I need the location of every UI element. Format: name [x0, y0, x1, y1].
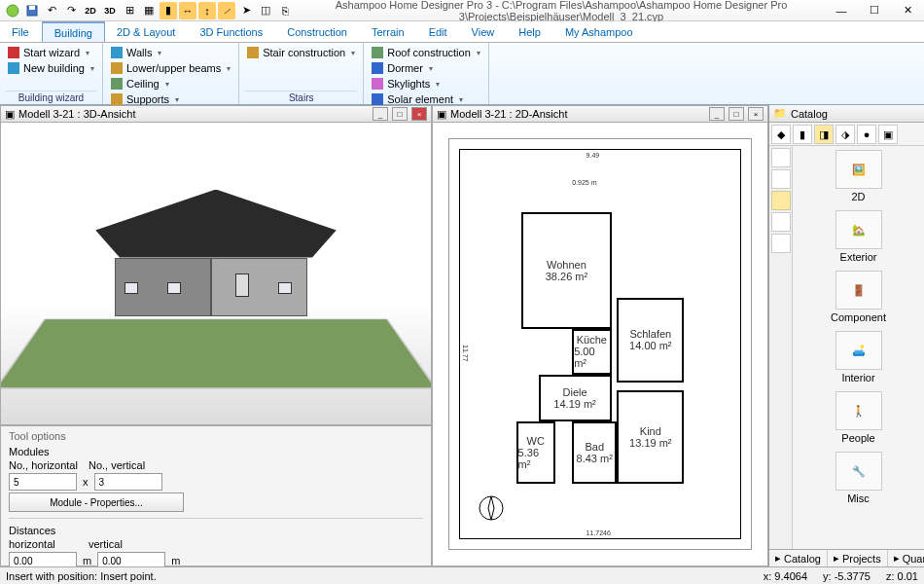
- menu-tab-construction[interactable]: Construction: [275, 21, 360, 42]
- catalog-footer-tab-quantities[interactable]: ▸Quantities: [888, 550, 924, 566]
- catalog-thumb-icon: 🏡: [835, 210, 882, 249]
- cattab-4[interactable]: ⬗: [835, 125, 855, 144]
- ruler-v-icon[interactable]: ↕: [198, 2, 216, 19]
- ribbon-group-stairs: Stair construction▾Stairs: [239, 43, 364, 104]
- menu-tab-building[interactable]: Building: [42, 21, 105, 42]
- view-2d-icon: ▣: [437, 108, 446, 121]
- distances-label: Distances: [9, 525, 423, 536]
- dormer-icon: [372, 62, 383, 74]
- unit-m-2: m: [171, 555, 180, 566]
- solar-element-icon: [372, 93, 383, 105]
- catalog-header: 📁 Catalog: [769, 105, 924, 123]
- menu-tab-terrain[interactable]: Terrain: [360, 21, 417, 42]
- room-wohnen: Wohnen38.26 m²: [521, 212, 611, 329]
- view-3d-min-button[interactable]: _: [373, 107, 388, 121]
- catalog-footer: ▸Catalog▸Projects▸Quantities: [769, 549, 924, 566]
- catalog-item-people[interactable]: 🚶People: [830, 391, 888, 444]
- catalog-item-interior[interactable]: 🛋️Interior: [830, 331, 888, 383]
- mode-2d-icon[interactable]: 2D: [82, 2, 99, 19]
- mode-3d-icon[interactable]: 3D: [101, 2, 119, 19]
- view-2d-close-button[interactable]: ×: [748, 107, 764, 121]
- ribbon-item-label: Dormer: [387, 62, 423, 74]
- undo-icon[interactable]: ↶: [43, 2, 60, 19]
- ribbon-ceiling[interactable]: Ceiling▾: [109, 76, 232, 91]
- right-column: ▣ Modell 3-21 : 2D-Ansicht _ □ × 9.49 0.…: [432, 105, 768, 566]
- ribbon-start-wizard[interactable]: Start wizard▾: [6, 45, 96, 60]
- ruler-h-icon[interactable]: ↔: [179, 2, 196, 19]
- catside-4[interactable]: [771, 212, 791, 232]
- menu-tab-2d-layout[interactable]: 2D & Layout: [105, 21, 189, 42]
- catalog-icon: 📁: [773, 107, 787, 120]
- view-3d-close-button[interactable]: ×: [411, 107, 427, 121]
- stair-construction-icon: [247, 47, 259, 58]
- redo-icon[interactable]: ↷: [62, 2, 80, 19]
- svg-rect-2: [29, 6, 35, 10]
- catalog-item-exterior[interactable]: 🏡Exterior: [830, 210, 888, 263]
- ribbon-lower-upper-beams[interactable]: Lower/upper beams▾: [109, 60, 232, 76]
- ribbon-item-label: Lower/upper beams: [126, 62, 221, 74]
- pointer-icon[interactable]: ➤: [237, 2, 255, 19]
- module-properties-button[interactable]: Module - Properties...: [9, 493, 184, 512]
- ribbon-walls[interactable]: Walls▾: [109, 45, 232, 60]
- extra1-icon[interactable]: ◫: [257, 2, 274, 19]
- status-bar: Insert with position: Insert point. x: 9…: [0, 566, 924, 584]
- catalog-top-tabs: ◆ ▮ ◨ ⬗ ● ▣: [769, 123, 924, 146]
- catalog-item-2d[interactable]: 🖼️2D: [830, 150, 888, 202]
- title-bar: ↶ ↷ 2D 3D ⊞ ▦ ▮ ↔ ↕ ⟋ ➤ ◫ ⎘ Ashampoo Hom…: [0, 0, 924, 21]
- catalog-side-tabs: [769, 146, 793, 549]
- menu-tab-my-ashampoo[interactable]: My Ashampoo: [553, 21, 646, 42]
- cattab-1[interactable]: ◆: [771, 125, 791, 144]
- view-3d-canvas[interactable]: [0, 123, 432, 425]
- catalog-footer-tab-projects[interactable]: ▸Projects: [828, 550, 888, 566]
- view-2d-canvas[interactable]: 9.49 0.925 m 11.77 11.7246 Wohnen38.26 m…: [432, 123, 768, 566]
- catside-2[interactable]: [771, 169, 791, 189]
- menu-tab-view[interactable]: View: [460, 21, 508, 42]
- dim-top: 9.49: [586, 152, 600, 159]
- chevron-down-icon: ▾: [165, 80, 169, 89]
- menu-tab-help[interactable]: Help: [507, 21, 553, 42]
- no-vertical-label: No., vertical: [89, 459, 145, 471]
- ribbon-stair-construction[interactable]: Stair construction▾: [245, 45, 357, 60]
- no-horizontal-input[interactable]: [9, 473, 77, 491]
- maximize-button[interactable]: ☐: [858, 0, 891, 21]
- no-vertical-input[interactable]: [94, 473, 162, 491]
- chevron-down-icon: ▾: [158, 49, 161, 57]
- ribbon-new-building[interactable]: New building▾: [6, 60, 96, 76]
- view-3d-header: ▣ Modell 3-21 : 3D-Ansicht _ □ ×: [0, 105, 432, 123]
- save-icon[interactable]: [23, 2, 41, 19]
- catside-3[interactable]: [771, 191, 791, 210]
- catalog-footer-tab-catalog[interactable]: ▸Catalog: [769, 550, 828, 566]
- ribbon-roof-construction[interactable]: Roof construction▾: [370, 45, 482, 60]
- unit-m-1: m: [83, 555, 91, 566]
- horizontal-label: horizontal: [9, 538, 83, 550]
- room-kind: Kind13.19 m²: [617, 390, 684, 484]
- ribbon-skylights[interactable]: Skylights▾: [370, 76, 482, 91]
- close-button[interactable]: ✕: [891, 0, 924, 21]
- cattab-2[interactable]: ▮: [793, 125, 812, 144]
- catalog-item-misc[interactable]: 🔧Misc: [830, 452, 888, 504]
- ribbon-dormer[interactable]: Dormer▾: [370, 60, 482, 76]
- menu-tab-3d-functions[interactable]: 3D Functions: [188, 21, 275, 42]
- catalog-item-label: Component: [830, 311, 888, 323]
- catside-5[interactable]: [771, 234, 791, 253]
- catalog-title: Catalog: [791, 108, 828, 120]
- extra2-icon[interactable]: ⎘: [276, 2, 294, 19]
- menu-tab-file[interactable]: File: [0, 21, 42, 42]
- ribbon-item-label: Start wizard: [23, 47, 80, 58]
- views-icon[interactable]: ▦: [140, 2, 158, 19]
- view-2d-max-button[interactable]: □: [729, 107, 744, 121]
- catalog-item-label: People: [830, 432, 888, 444]
- minimize-button[interactable]: —: [825, 0, 858, 21]
- view-3d-max-button[interactable]: □: [392, 107, 408, 121]
- view-2d-min-button[interactable]: _: [709, 107, 725, 121]
- cattab-3[interactable]: ◨: [814, 125, 834, 144]
- app-icon[interactable]: [4, 2, 21, 19]
- cattab-5[interactable]: ●: [857, 125, 876, 144]
- tool-icon[interactable]: ▮: [160, 2, 177, 19]
- cross-section-icon[interactable]: ⊞: [121, 2, 138, 19]
- cattab-6[interactable]: ▣: [878, 125, 898, 144]
- measure-icon[interactable]: ⟋: [218, 2, 235, 19]
- catside-1[interactable]: [771, 148, 791, 167]
- catalog-item-component[interactable]: 🚪Component: [830, 271, 888, 323]
- menu-tab-edit[interactable]: Edit: [417, 21, 460, 42]
